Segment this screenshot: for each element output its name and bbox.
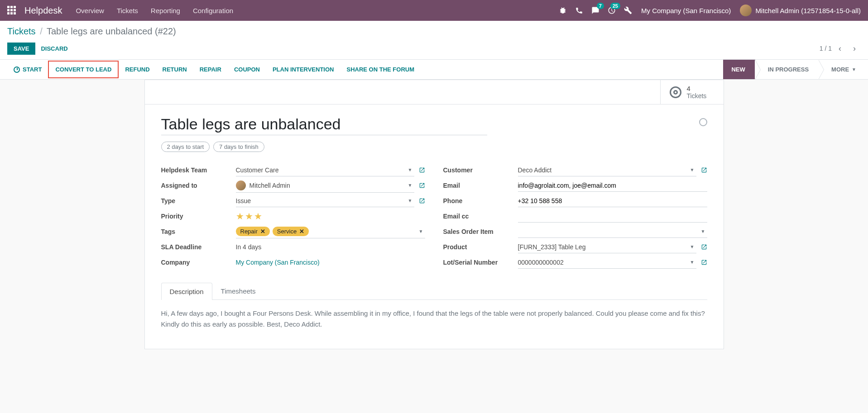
- repair-button[interactable]: REPAIR: [193, 60, 228, 79]
- nav-configuration[interactable]: Configuration: [193, 7, 233, 14]
- assigned-field[interactable]: Mitchell Admin ▼: [236, 179, 414, 193]
- user-avatar[interactable]: [740, 5, 752, 16]
- nav-overview[interactable]: Overview: [76, 7, 104, 14]
- company-selector[interactable]: My Company (San Francisco): [641, 7, 731, 14]
- dropdown-icon[interactable]: ▼: [688, 260, 696, 265]
- activities-icon[interactable]: 25: [608, 6, 616, 14]
- dropdown-icon[interactable]: ▼: [417, 229, 425, 234]
- sla-finish-badge: 7 days to finish: [213, 142, 264, 152]
- pager-next-icon[interactable]: ›: [848, 42, 861, 55]
- external-link-icon[interactable]: [701, 259, 707, 266]
- discard-button[interactable]: DISCARD: [41, 45, 67, 52]
- label-company: Company: [161, 259, 236, 266]
- breadcrumb-parent[interactable]: Tickets: [7, 26, 36, 36]
- customer-field[interactable]: Deco Addict ▼: [518, 164, 696, 176]
- pager: 1 / 1 ‹ ›: [820, 42, 861, 55]
- tag-chip: Service✕: [273, 227, 309, 236]
- dropdown-icon[interactable]: ▼: [688, 167, 696, 172]
- tag-remove-icon[interactable]: ✕: [260, 228, 265, 235]
- dropdown-icon[interactable]: ▼: [688, 244, 696, 249]
- plan-intervention-button[interactable]: PLAN INTERVENTION: [266, 60, 340, 79]
- tag-remove-icon[interactable]: ✕: [299, 228, 304, 235]
- form-tabs: Description Timesheets: [161, 282, 707, 300]
- nav-reporting[interactable]: Reporting: [151, 7, 180, 14]
- debug-icon[interactable]: [559, 6, 567, 14]
- email-field[interactable]: [518, 179, 707, 192]
- dropdown-icon[interactable]: ▼: [406, 167, 414, 172]
- tags-field[interactable]: Repair✕ Service✕ ▼: [236, 225, 425, 238]
- tickets-count: 4: [687, 85, 707, 92]
- caret-down-icon: ▼: [852, 67, 856, 72]
- user-menu[interactable]: Mitchell Admin (12571854-15-0-all): [755, 7, 861, 14]
- label-priority: Priority: [161, 213, 236, 220]
- emailcc-field[interactable]: [518, 210, 707, 223]
- dropdown-icon[interactable]: ▼: [406, 198, 414, 203]
- start-button[interactable]: START: [7, 60, 48, 79]
- salesitem-field[interactable]: ▼: [518, 225, 707, 238]
- convert-to-lead-button[interactable]: CONVERT TO LEAD: [48, 61, 119, 78]
- sla-start-badge: 2 days to start: [161, 142, 210, 152]
- tag-chip: Repair✕: [236, 227, 270, 236]
- label-team: Helpdesk Team: [161, 166, 236, 174]
- tickets-label: Tickets: [687, 92, 707, 100]
- star-icon[interactable]: ★: [236, 211, 244, 222]
- stage-in-progress[interactable]: IN PROGRESS: [755, 60, 819, 79]
- top-navbar: Helpdesk Overview Tickets Reporting Conf…: [0, 0, 868, 21]
- share-forum-button[interactable]: SHARE ON THE FORUM: [340, 60, 421, 79]
- dropdown-icon[interactable]: ▼: [699, 229, 707, 234]
- description-text[interactable]: Hi, A few days ago, I bought a Four Pers…: [161, 300, 707, 338]
- ticket-title-input[interactable]: [161, 115, 487, 135]
- label-product: Product: [443, 243, 518, 251]
- label-customer: Customer: [443, 166, 518, 174]
- activities-badge: 25: [610, 3, 620, 9]
- type-field[interactable]: Issue ▼: [236, 195, 414, 207]
- stage-more[interactable]: MORE ▼: [819, 60, 861, 79]
- save-button[interactable]: SAVE: [7, 43, 35, 55]
- pager-prev-icon[interactable]: ‹: [834, 42, 846, 55]
- label-salesitem: Sales Order Item: [443, 228, 518, 235]
- team-field[interactable]: Customer Care ▼: [236, 164, 414, 176]
- refund-button[interactable]: REFUND: [119, 60, 156, 79]
- form-sheet: 4 Tickets 2 days to start 7 days to fini…: [144, 80, 724, 349]
- nav-tickets[interactable]: Tickets: [117, 7, 138, 14]
- label-assigned: Assigned to: [161, 182, 236, 189]
- dropdown-icon[interactable]: ▼: [406, 183, 414, 188]
- product-field[interactable]: [FURN_2333] Table Leg ▼: [518, 241, 696, 253]
- stage-new[interactable]: NEW: [723, 60, 755, 79]
- messaging-badge: 7: [597, 3, 604, 9]
- messaging-icon[interactable]: 7: [591, 6, 599, 14]
- deadline-field: In 4 days: [236, 241, 425, 253]
- star-icon[interactable]: ★: [254, 211, 262, 222]
- pager-text: 1 / 1: [820, 45, 832, 52]
- label-type: Type: [161, 197, 236, 204]
- label-phone: Phone: [443, 197, 518, 204]
- breadcrumb-current: Table legs are unbalanced (#22): [47, 26, 176, 36]
- breadcrumb: Tickets / Table legs are unbalanced (#22…: [7, 26, 861, 37]
- external-link-icon[interactable]: [701, 167, 707, 173]
- tab-description[interactable]: Description: [161, 283, 212, 300]
- status-bar: START CONVERT TO LEAD REFUND RETURN REPA…: [0, 60, 868, 80]
- star-icon[interactable]: ★: [245, 211, 253, 222]
- clock-icon: [14, 66, 20, 73]
- phone-field[interactable]: [518, 195, 707, 207]
- external-link-icon[interactable]: [701, 244, 707, 250]
- tools-icon[interactable]: [624, 6, 632, 14]
- apps-icon[interactable]: [7, 6, 16, 15]
- coupon-button[interactable]: COUPON: [228, 60, 266, 79]
- label-email: Email: [443, 182, 518, 189]
- label-deadline: SLA Deadline: [161, 243, 236, 251]
- tickets-stat-button[interactable]: 4 Tickets: [660, 80, 724, 104]
- lot-field[interactable]: 0000000000002 ▼: [518, 256, 696, 269]
- assignee-avatar: [236, 180, 246, 190]
- lifebuoy-icon: [670, 86, 681, 98]
- external-link-icon[interactable]: [419, 182, 425, 189]
- app-brand[interactable]: Helpdesk: [24, 5, 62, 16]
- tab-timesheets[interactable]: Timesheets: [212, 282, 264, 299]
- phone-icon[interactable]: [575, 6, 583, 14]
- kanban-state-icon[interactable]: [699, 118, 707, 126]
- label-emailcc: Email cc: [443, 213, 518, 220]
- priority-field[interactable]: ★ ★ ★: [236, 209, 425, 223]
- external-link-icon[interactable]: [419, 167, 425, 173]
- return-button[interactable]: RETURN: [156, 60, 193, 79]
- external-link-icon[interactable]: [419, 198, 425, 204]
